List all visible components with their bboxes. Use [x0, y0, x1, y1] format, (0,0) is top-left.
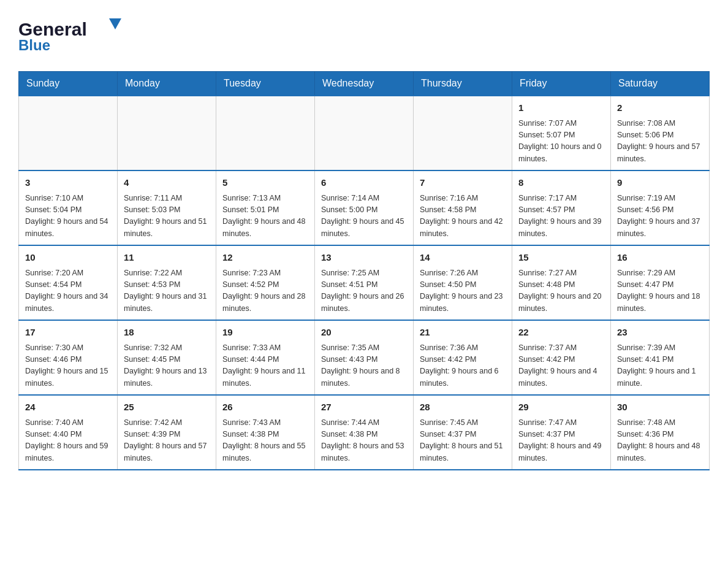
calendar-cell: 7Sunrise: 7:16 AMSunset: 4:58 PMDaylight…: [414, 170, 512, 245]
weekday-header-thursday: Thursday: [414, 72, 512, 96]
day-number: 2: [617, 101, 703, 115]
calendar-week-4: 17Sunrise: 7:30 AMSunset: 4:46 PMDayligh…: [19, 320, 710, 395]
day-number: 1: [518, 101, 604, 115]
day-number: 4: [124, 176, 210, 190]
day-number: 10: [25, 251, 111, 265]
day-number: 12: [222, 251, 308, 265]
calendar-cell: 12Sunrise: 7:23 AMSunset: 4:52 PMDayligh…: [216, 245, 315, 320]
day-info: Sunrise: 7:19 AMSunset: 4:56 PMDaylight:…: [617, 193, 703, 240]
day-info: Sunrise: 7:13 AMSunset: 5:01 PMDaylight:…: [222, 193, 308, 240]
calendar-cell: 2Sunrise: 7:08 AMSunset: 5:06 PMDaylight…: [611, 96, 710, 170]
day-info: Sunrise: 7:37 AMSunset: 4:42 PMDaylight:…: [518, 342, 604, 390]
calendar-cell: 16Sunrise: 7:29 AMSunset: 4:47 PMDayligh…: [611, 245, 710, 320]
calendar-cell: [118, 96, 216, 170]
calendar-cell: 21Sunrise: 7:36 AMSunset: 4:42 PMDayligh…: [414, 320, 512, 395]
day-number: 16: [617, 251, 703, 265]
day-info: Sunrise: 7:25 AMSunset: 4:51 PMDaylight:…: [321, 267, 407, 315]
day-number: 18: [124, 326, 210, 340]
day-info: Sunrise: 7:47 AMSunset: 4:37 PMDaylight:…: [518, 417, 604, 465]
day-info: Sunrise: 7:08 AMSunset: 5:06 PMDaylight:…: [617, 118, 703, 166]
calendar-cell: 27Sunrise: 7:44 AMSunset: 4:38 PMDayligh…: [315, 395, 414, 470]
day-info: Sunrise: 7:27 AMSunset: 4:48 PMDaylight:…: [518, 267, 604, 315]
day-info: Sunrise: 7:39 AMSunset: 4:41 PMDaylight:…: [617, 342, 703, 390]
day-number: 11: [124, 251, 210, 265]
day-number: 20: [321, 326, 407, 340]
day-number: 9: [617, 176, 703, 190]
day-info: Sunrise: 7:45 AMSunset: 4:37 PMDaylight:…: [420, 417, 506, 465]
weekday-header-sunday: Sunday: [19, 72, 118, 96]
day-number: 30: [617, 400, 703, 415]
day-info: Sunrise: 7:14 AMSunset: 5:00 PMDaylight:…: [321, 193, 407, 240]
day-number: 28: [420, 400, 506, 415]
calendar-cell: 3Sunrise: 7:10 AMSunset: 5:04 PMDaylight…: [19, 170, 118, 245]
day-info: Sunrise: 7:40 AMSunset: 4:40 PMDaylight:…: [25, 417, 111, 465]
day-info: Sunrise: 7:30 AMSunset: 4:46 PMDaylight:…: [25, 342, 111, 390]
day-info: Sunrise: 7:23 AMSunset: 4:52 PMDaylight:…: [222, 267, 308, 315]
day-number: 27: [321, 400, 407, 415]
day-number: 15: [518, 251, 604, 265]
day-number: 26: [222, 400, 308, 415]
weekday-header-row: SundayMondayTuesdayWednesdayThursdayFrid…: [19, 72, 710, 96]
logo-graphic: General Blue: [18, 12, 129, 58]
day-number: 25: [124, 400, 210, 415]
weekday-header-wednesday: Wednesday: [315, 72, 414, 96]
calendar-week-1: 1Sunrise: 7:07 AMSunset: 5:07 PMDaylight…: [19, 96, 710, 170]
day-number: 3: [25, 176, 111, 190]
svg-marker-1: [109, 18, 121, 29]
day-number: 29: [518, 400, 604, 415]
calendar-cell: 5Sunrise: 7:13 AMSunset: 5:01 PMDaylight…: [216, 170, 315, 245]
calendar-cell: 23Sunrise: 7:39 AMSunset: 4:41 PMDayligh…: [611, 320, 710, 395]
day-number: 14: [420, 251, 506, 265]
calendar-cell: 10Sunrise: 7:20 AMSunset: 4:54 PMDayligh…: [19, 245, 118, 320]
calendar-cell: 29Sunrise: 7:47 AMSunset: 4:37 PMDayligh…: [512, 395, 611, 470]
day-number: 22: [518, 326, 604, 340]
weekday-header-tuesday: Tuesday: [216, 72, 315, 96]
calendar-week-3: 10Sunrise: 7:20 AMSunset: 4:54 PMDayligh…: [19, 245, 710, 320]
calendar-cell: 8Sunrise: 7:17 AMSunset: 4:57 PMDaylight…: [512, 170, 611, 245]
day-info: Sunrise: 7:22 AMSunset: 4:53 PMDaylight:…: [124, 267, 210, 315]
page-header: General Blue: [18, 12, 710, 59]
calendar-cell: 22Sunrise: 7:37 AMSunset: 4:42 PMDayligh…: [512, 320, 611, 395]
calendar-cell: 30Sunrise: 7:48 AMSunset: 4:36 PMDayligh…: [611, 395, 710, 470]
calendar-cell: 4Sunrise: 7:11 AMSunset: 5:03 PMDaylight…: [118, 170, 216, 245]
day-number: 17: [25, 326, 111, 340]
calendar-week-5: 24Sunrise: 7:40 AMSunset: 4:40 PMDayligh…: [19, 395, 710, 470]
calendar-cell: 15Sunrise: 7:27 AMSunset: 4:48 PMDayligh…: [512, 245, 611, 320]
day-info: Sunrise: 7:17 AMSunset: 4:57 PMDaylight:…: [518, 193, 604, 240]
day-info: Sunrise: 7:20 AMSunset: 4:54 PMDaylight:…: [25, 267, 111, 315]
day-info: Sunrise: 7:16 AMSunset: 4:58 PMDaylight:…: [420, 193, 506, 240]
calendar-cell: 25Sunrise: 7:42 AMSunset: 4:39 PMDayligh…: [118, 395, 216, 470]
calendar-cell: 1Sunrise: 7:07 AMSunset: 5:07 PMDaylight…: [512, 96, 611, 170]
day-info: Sunrise: 7:36 AMSunset: 4:42 PMDaylight:…: [420, 342, 506, 390]
calendar-cell: 18Sunrise: 7:32 AMSunset: 4:45 PMDayligh…: [118, 320, 216, 395]
calendar-cell: [315, 96, 414, 170]
calendar-cell: 19Sunrise: 7:33 AMSunset: 4:44 PMDayligh…: [216, 320, 315, 395]
calendar-cell: 11Sunrise: 7:22 AMSunset: 4:53 PMDayligh…: [118, 245, 216, 320]
day-number: 23: [617, 326, 703, 340]
day-number: 8: [518, 176, 604, 190]
calendar-cell: 14Sunrise: 7:26 AMSunset: 4:50 PMDayligh…: [414, 245, 512, 320]
day-info: Sunrise: 7:32 AMSunset: 4:45 PMDaylight:…: [124, 342, 210, 390]
calendar-week-2: 3Sunrise: 7:10 AMSunset: 5:04 PMDaylight…: [19, 170, 710, 245]
day-info: Sunrise: 7:43 AMSunset: 4:38 PMDaylight:…: [222, 417, 308, 465]
calendar-cell: [19, 96, 118, 170]
calendar-cell: [414, 96, 512, 170]
calendar-cell: 28Sunrise: 7:45 AMSunset: 4:37 PMDayligh…: [414, 395, 512, 470]
weekday-header-friday: Friday: [512, 72, 611, 96]
logo: General Blue: [18, 12, 129, 59]
calendar-cell: [216, 96, 315, 170]
day-number: 24: [25, 400, 111, 415]
calendar-cell: 20Sunrise: 7:35 AMSunset: 4:43 PMDayligh…: [315, 320, 414, 395]
day-info: Sunrise: 7:26 AMSunset: 4:50 PMDaylight:…: [420, 267, 506, 315]
day-number: 19: [222, 326, 308, 340]
calendar-cell: 24Sunrise: 7:40 AMSunset: 4:40 PMDayligh…: [19, 395, 118, 470]
day-info: Sunrise: 7:07 AMSunset: 5:07 PMDaylight:…: [518, 118, 604, 166]
day-info: Sunrise: 7:44 AMSunset: 4:38 PMDaylight:…: [321, 417, 407, 465]
calendar-cell: 26Sunrise: 7:43 AMSunset: 4:38 PMDayligh…: [216, 395, 315, 470]
day-info: Sunrise: 7:29 AMSunset: 4:47 PMDaylight:…: [617, 267, 703, 315]
day-info: Sunrise: 7:10 AMSunset: 5:04 PMDaylight:…: [25, 193, 111, 240]
day-info: Sunrise: 7:11 AMSunset: 5:03 PMDaylight:…: [124, 193, 210, 240]
day-info: Sunrise: 7:48 AMSunset: 4:36 PMDaylight:…: [617, 417, 703, 465]
calendar-table: SundayMondayTuesdayWednesdayThursdayFrid…: [18, 71, 710, 470]
day-number: 13: [321, 251, 407, 265]
